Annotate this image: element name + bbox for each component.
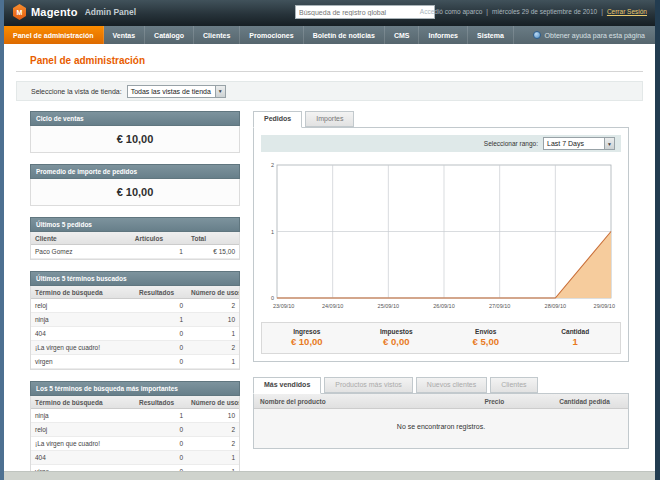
search-uses: 2 <box>187 299 239 313</box>
tab-amounts[interactable]: Importes <box>305 111 354 127</box>
nav-item-customers[interactable]: Clientes <box>194 26 240 44</box>
search-results: 0 <box>135 327 187 341</box>
stat-quantity: Cantidad 1 <box>531 328 621 347</box>
svg-text:24/09/10: 24/09/10 <box>322 303 343 309</box>
top-search-title: Los 5 términos de búsqueda más important… <box>30 381 240 396</box>
svg-text:25/09/10: 25/09/10 <box>378 303 399 309</box>
search-uses: 2 <box>187 437 239 451</box>
col-results: Resultados <box>135 286 187 299</box>
table-row[interactable]: Paco Gomez 1 € 15,00 <box>31 245 239 259</box>
search-results: 0 <box>135 341 187 355</box>
stat-label: Cantidad <box>531 328 621 335</box>
search-term: ¡La virgen que cuadro! <box>31 341 135 355</box>
stat-value: € 5,00 <box>441 336 531 347</box>
store-view-value: Todas las vistas de tienda <box>131 88 211 95</box>
table-row[interactable]: virgen 0 1 <box>31 355 239 369</box>
stat-label: Ingresos <box>262 328 352 335</box>
page-title: Panel de administración <box>30 55 629 66</box>
nav-item-newsletter[interactable]: Boletín de noticias <box>304 26 385 44</box>
svg-text:28/09/10: 28/09/10 <box>545 303 566 309</box>
range-value: Last 7 Days <box>547 140 584 147</box>
orders-chart: 01223/09/1024/09/1025/09/1026/09/1027/09… <box>261 159 621 311</box>
table-row[interactable]: ninja 1 10 <box>31 313 239 327</box>
search-term: virge <box>31 465 135 472</box>
search-results: 0 <box>135 423 187 437</box>
col-price: Precio <box>478 394 553 409</box>
range-label: Seleccionar rango: <box>484 140 538 147</box>
svg-text:1: 1 <box>271 229 274 235</box>
table-row[interactable]: ¡La virgen que cuadro! 0 2 <box>31 437 239 451</box>
svg-text:27/09/10: 27/09/10 <box>489 303 510 309</box>
order-items: 1 <box>131 245 187 259</box>
empty-table-message: No se encontraron registros. <box>254 409 628 448</box>
logo-text: Magento <box>31 6 78 18</box>
last-search-terms-box: Últimos 5 términos buscados Término de b… <box>30 271 240 370</box>
nav-item-system[interactable]: Sistema <box>468 26 514 44</box>
table-row[interactable]: ninja 1 10 <box>31 409 239 423</box>
table-row[interactable]: reloj 0 2 <box>31 299 239 313</box>
nav-item-sales[interactable]: Ventas <box>104 26 146 44</box>
products-block: Más vendidos Productos más vistos Nuevos… <box>253 377 629 449</box>
col-term: Término de búsqueda <box>31 286 135 299</box>
average-orders-value: € 10,00 <box>31 179 239 205</box>
video-frame-bottom <box>4 471 655 480</box>
header-session-info: Accedió como aparco | miércoles 29 de se… <box>420 8 647 15</box>
search-results: 0 <box>135 355 187 369</box>
search-results: 0 <box>135 437 187 451</box>
nav-item-cms[interactable]: CMS <box>385 26 420 44</box>
search-term: ninja <box>31 409 135 423</box>
table-row[interactable]: ¡La virgen que cuadro! 0 2 <box>31 341 239 355</box>
chart-tabs: Pedidos Importes <box>253 111 629 127</box>
table-row[interactable]: 404 0 1 <box>31 451 239 465</box>
lifetime-sales-box: Ciclo de ventas € 10,00 <box>30 111 240 153</box>
nav-item-reports[interactable]: Informes <box>419 26 468 44</box>
svg-text:0: 0 <box>271 295 274 301</box>
col-total: Total <box>187 232 239 245</box>
lifetime-sales-value: € 10,00 <box>31 126 239 152</box>
global-search-input[interactable] <box>295 5 435 19</box>
search-uses: 1 <box>187 465 239 472</box>
store-view-label: Seleccione la vista de tienda: <box>31 88 122 95</box>
logo-subtitle: Admin Panel <box>85 7 136 17</box>
search-results: 0 <box>135 465 187 472</box>
get-help-link[interactable]: Obtener ayuda para esta página <box>533 26 655 44</box>
store-view-select[interactable]: Todas las vistas de tienda ▼ <box>127 85 226 98</box>
col-items: Artículos <box>131 232 187 245</box>
totals-bar: Ingresos € 10,00 Impuestos € 0,00 Envíos… <box>261 322 621 354</box>
logout-link[interactable]: Cerrar Sesión <box>607 8 647 15</box>
store-view-bar: Seleccione la vista de tienda: Todas las… <box>16 81 643 101</box>
col-uses: Número de usos <box>187 396 239 409</box>
search-uses: 2 <box>187 423 239 437</box>
nav-item-dashboard[interactable]: Panel de administración <box>4 26 104 44</box>
tab-most-viewed[interactable]: Productos más vistos <box>324 377 413 393</box>
search-results: 1 <box>135 409 187 423</box>
magento-logo: M Magento Admin Panel <box>13 4 136 20</box>
table-row[interactable]: virge 0 1 <box>31 465 239 472</box>
tab-new-customers[interactable]: Nuevos clientes <box>416 377 487 393</box>
nav-item-promotions[interactable]: Promociones <box>240 26 303 44</box>
order-customer: Paco Gomez <box>31 245 131 259</box>
magento-logo-icon: M <box>13 4 26 20</box>
range-select[interactable]: Last 7 Days ▼ <box>543 137 615 150</box>
video-frame-right <box>655 0 660 480</box>
search-term: 404 <box>31 327 135 341</box>
tab-orders[interactable]: Pedidos <box>253 111 302 128</box>
table-row[interactable]: reloj 0 2 <box>31 423 239 437</box>
search-uses: 2 <box>187 341 239 355</box>
svg-text:29/09/10: 29/09/10 <box>594 303 615 309</box>
stat-label: Envíos <box>441 328 531 335</box>
search-term: 404 <box>31 451 135 465</box>
search-uses: 1 <box>187 451 239 465</box>
search-term: ninja <box>31 313 135 327</box>
svg-text:2: 2 <box>271 162 274 168</box>
search-uses: 1 <box>187 355 239 369</box>
nav-item-catalog[interactable]: Catálogo <box>145 26 194 44</box>
products-tabs: Más vendidos Productos más vistos Nuevos… <box>253 377 629 393</box>
table-row[interactable]: 404 0 1 <box>31 327 239 341</box>
tab-bestsellers[interactable]: Más vendidos <box>253 377 321 394</box>
search-results: 0 <box>135 451 187 465</box>
dropdown-arrow-icon: ▼ <box>604 138 614 149</box>
average-orders-box: Promedio de importe de pedidos € 10,00 <box>30 164 240 206</box>
tab-customers[interactable]: Clientes <box>490 377 537 393</box>
col-results: Resultados <box>135 396 187 409</box>
